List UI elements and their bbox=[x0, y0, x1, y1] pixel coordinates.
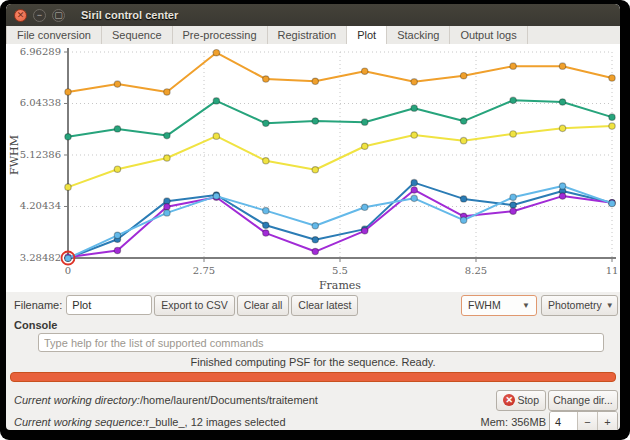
title-bar: ✕ − ▢ Siril control center bbox=[6, 4, 620, 26]
svg-text:2.75: 2.75 bbox=[193, 265, 215, 276]
svg-text:Frames: Frames bbox=[319, 279, 361, 292]
spinner-decrement-button[interactable]: − bbox=[577, 412, 597, 430]
svg-text:8.25: 8.25 bbox=[465, 265, 487, 276]
maximize-icon[interactable]: ▢ bbox=[52, 9, 65, 22]
working-directory-row: Current working directory: /home/laurent… bbox=[6, 389, 620, 411]
stop-button[interactable]: ✕ Stop bbox=[496, 390, 546, 411]
tab-bar: File conversion Sequence Pre-processing … bbox=[6, 26, 620, 45]
source-dropdown-value: Photometry bbox=[548, 299, 602, 311]
close-icon[interactable]: ✕ bbox=[14, 9, 27, 22]
status-message: Finished computing PSF for the sequence.… bbox=[6, 356, 620, 368]
minimize-icon[interactable]: − bbox=[33, 9, 46, 22]
source-dropdown[interactable]: Photometry ▼ bbox=[541, 295, 618, 316]
cwd-value: /home/laurent/Documents/traitement bbox=[140, 394, 318, 406]
command-input[interactable] bbox=[38, 333, 604, 352]
clear-latest-button[interactable]: Clear latest bbox=[291, 295, 358, 316]
filename-input[interactable] bbox=[66, 295, 152, 315]
filename-label: Filename: bbox=[14, 299, 62, 311]
chevron-down-icon: ▼ bbox=[522, 301, 530, 310]
svg-text:6.04338: 6.04338 bbox=[20, 97, 61, 108]
spinner-increment-button[interactable]: + bbox=[597, 412, 617, 430]
svg-text:5.5: 5.5 bbox=[332, 265, 348, 276]
thread-spinner[interactable]: 4 − + bbox=[549, 411, 618, 430]
stop-button-label: Stop bbox=[517, 394, 539, 406]
tab-sequence[interactable]: Sequence bbox=[102, 26, 173, 44]
svg-text:0: 0 bbox=[65, 265, 71, 276]
chevron-down-icon: ▼ bbox=[606, 301, 614, 310]
siril-window: ✕ − ▢ Siril control center File conversi… bbox=[6, 4, 620, 430]
stop-icon: ✕ bbox=[503, 394, 515, 406]
change-dir-button[interactable]: Change dir... bbox=[548, 390, 618, 411]
memory-label: Mem: 356MB bbox=[481, 411, 546, 430]
tab-registration[interactable]: Registration bbox=[268, 26, 348, 44]
svg-text:3.28482: 3.28482 bbox=[20, 252, 61, 263]
svg-text:6.96289: 6.96289 bbox=[20, 46, 61, 57]
svg-text:11: 11 bbox=[606, 265, 619, 276]
sequence-label: Current working sequence: bbox=[14, 416, 145, 428]
tab-stacking[interactable]: Stacking bbox=[387, 26, 450, 44]
spinner-value: 4 bbox=[550, 412, 577, 430]
svg-text:FWHM: FWHM bbox=[8, 135, 21, 175]
cwd-label: Current working directory: bbox=[14, 394, 140, 406]
screenshot: ✕ − ▢ Siril control center File conversi… bbox=[0, 0, 630, 440]
svg-text:4.20434: 4.20434 bbox=[20, 200, 61, 211]
window-title: Siril control center bbox=[81, 9, 178, 21]
tab-file-conversion[interactable]: File conversion bbox=[6, 26, 102, 44]
export-csv-button[interactable]: Export to CSV bbox=[154, 295, 235, 316]
working-sequence-row: Current working sequence: r_bulle_, 12 i… bbox=[6, 411, 620, 430]
clear-all-button[interactable]: Clear all bbox=[237, 295, 290, 316]
tab-output-logs[interactable]: Output logs bbox=[450, 26, 527, 44]
window-frame: ✕ − ▢ Siril control center File conversi… bbox=[0, 0, 630, 440]
sequence-value: r_bulle_, 12 images selected bbox=[145, 416, 285, 428]
plot-controls: Filename: Export to CSV Clear all Clear … bbox=[6, 292, 620, 318]
plot-area[interactable]: 3.284824.204345.123866.043386.9628902.75… bbox=[6, 44, 620, 292]
svg-text:5.12386: 5.12386 bbox=[20, 149, 61, 160]
progress-bar bbox=[10, 372, 616, 382]
tab-pre-processing[interactable]: Pre-processing bbox=[173, 26, 268, 44]
tab-plot[interactable]: Plot bbox=[347, 26, 387, 44]
fwhm-chart[interactable]: 3.284824.204345.123866.043386.9628902.75… bbox=[6, 44, 620, 292]
metric-dropdown-value: FWHM bbox=[468, 299, 501, 311]
console-section-label: Console bbox=[14, 319, 57, 331]
metric-dropdown[interactable]: FWHM ▼ bbox=[461, 295, 537, 316]
window-buttons: ✕ − ▢ bbox=[14, 9, 65, 22]
